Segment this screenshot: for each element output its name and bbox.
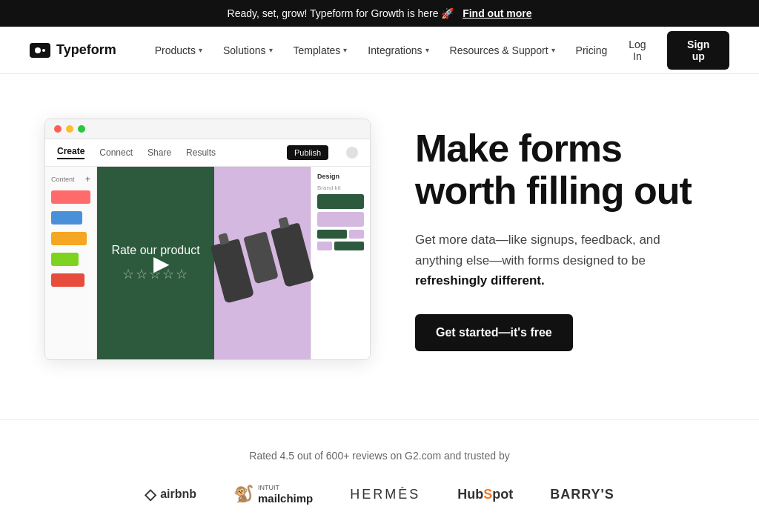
design-block-3 bbox=[317, 242, 332, 250]
chevron-down-icon: ▾ bbox=[269, 46, 273, 54]
hero-subtitle-bold: refreshingly different. bbox=[415, 273, 545, 287]
login-button[interactable]: Log In bbox=[616, 33, 658, 68]
mailchimp-icon: 🐒 bbox=[233, 485, 253, 504]
navbar: Typeform Products ▾ Solutions ▾ Template… bbox=[0, 27, 759, 74]
signup-button[interactable]: Sign up bbox=[667, 31, 729, 70]
browser-maximize-dot bbox=[78, 125, 85, 133]
editor-body: Content + Rate our product ☆☆☆☆☆ ▶ bbox=[45, 167, 370, 359]
trust-logos: ◇ airbnb 🐒 INTUIT mailchimp HERMÈS HubSp… bbox=[15, 484, 744, 505]
hermes-label: HERMÈS bbox=[350, 487, 420, 502]
logo-icon bbox=[30, 43, 50, 58]
nav-item-solutions: Solutions ▾ bbox=[214, 39, 282, 62]
tab-create[interactable]: Create bbox=[57, 146, 84, 159]
tab-results[interactable]: Results bbox=[186, 147, 216, 158]
nav-item-templates: Templates ▾ bbox=[285, 39, 357, 62]
bottle-3 bbox=[271, 222, 314, 287]
design-panel-subtitle: Brand kit bbox=[317, 184, 364, 191]
chevron-down-icon: ▾ bbox=[551, 46, 555, 54]
design-swatch-purple[interactable] bbox=[317, 212, 364, 227]
nav-item-products: Products ▾ bbox=[146, 39, 211, 62]
nav-link-templates[interactable]: Templates ▾ bbox=[285, 39, 357, 62]
mailchimp-label: INTUIT mailchimp bbox=[258, 484, 313, 505]
sidebar-label: Content + bbox=[51, 174, 90, 184]
design-panel-title: Design bbox=[317, 173, 364, 180]
tab-share[interactable]: Share bbox=[148, 147, 171, 158]
nav-link-products[interactable]: Products ▾ bbox=[146, 39, 211, 62]
design-block-4 bbox=[334, 242, 364, 250]
nav-link-solutions[interactable]: Solutions ▾ bbox=[214, 39, 282, 62]
design-row-1 bbox=[317, 230, 364, 239]
browser-mockup: Create Connect Share Results Publish Con… bbox=[44, 119, 371, 360]
design-panel: Design Brand kit bbox=[311, 167, 370, 359]
browser-close-dot bbox=[54, 125, 62, 133]
nav-link-integrations[interactable]: Integrations ▾ bbox=[359, 39, 437, 62]
nav-link-pricing[interactable]: Pricing bbox=[567, 39, 617, 62]
publish-button[interactable]: Publish bbox=[287, 145, 328, 160]
slide-text: Rate our product bbox=[111, 244, 199, 257]
sidebar-item-4[interactable] bbox=[51, 253, 79, 266]
nav-actions: Log In Sign up bbox=[616, 31, 729, 70]
hero-text: Make forms worth filling out Get more da… bbox=[415, 127, 700, 351]
banner-text: Ready, set, grow! Typeform for Growth is… bbox=[228, 7, 454, 19]
design-row-2 bbox=[317, 242, 364, 250]
design-block-2 bbox=[349, 230, 364, 239]
sidebar-item-3[interactable] bbox=[51, 232, 87, 245]
design-block-1 bbox=[317, 230, 347, 239]
nav-item-pricing: Pricing bbox=[567, 39, 617, 62]
editor-main: Rate our product ☆☆☆☆☆ ▶ Design bbox=[97, 167, 370, 359]
form-canvas: Rate our product ☆☆☆☆☆ ▶ bbox=[97, 167, 214, 359]
hubspot-label: HubSpot bbox=[457, 487, 513, 502]
editor-sidebar: Content + bbox=[45, 167, 97, 359]
product-images bbox=[214, 167, 311, 359]
trust-rating-text: Rated 4.5 out of 600+ reviews on G2.com … bbox=[15, 450, 744, 462]
editor-nav: Create Connect Share Results Publish bbox=[45, 139, 370, 167]
airbnb-icon: ◇ bbox=[145, 485, 156, 503]
chevron-down-icon: ▾ bbox=[343, 46, 347, 54]
cta-button[interactable]: Get started—it's free bbox=[415, 314, 573, 351]
sidebar-item-2[interactable] bbox=[51, 211, 82, 225]
mailchimp-logo: 🐒 INTUIT mailchimp bbox=[233, 484, 313, 505]
hero-section: Create Connect Share Results Publish Con… bbox=[0, 74, 759, 405]
trust-section: Rated 4.5 out of 600+ reviews on G2.com … bbox=[0, 419, 759, 528]
bottle-group bbox=[211, 222, 314, 303]
nav-item-integrations: Integrations ▾ bbox=[359, 39, 437, 62]
logo[interactable]: Typeform bbox=[30, 42, 116, 58]
browser-minimize-dot bbox=[66, 125, 73, 133]
barrys-logo: BARRY'S bbox=[550, 487, 614, 502]
airbnb-logo: ◇ airbnb bbox=[145, 485, 196, 503]
form-slide: Rate our product ☆☆☆☆☆ ▶ bbox=[97, 167, 214, 359]
banner-link[interactable]: Find out more bbox=[463, 7, 531, 19]
chevron-down-icon: ▾ bbox=[425, 46, 429, 54]
hero-subtitle: Get more data—like signups, feedback, an… bbox=[415, 230, 700, 290]
nav-item-resources: Resources & Support ▾ bbox=[441, 39, 564, 62]
logo-text: Typeform bbox=[56, 42, 116, 58]
form-preview: Create Connect Share Results Publish Con… bbox=[44, 119, 371, 360]
sidebar-item-5[interactable] bbox=[51, 273, 84, 287]
hermes-logo: HERMÈS bbox=[350, 487, 420, 502]
nav-link-resources[interactable]: Resources & Support ▾ bbox=[441, 39, 564, 62]
hero-title: Make forms worth filling out bbox=[415, 127, 700, 212]
top-banner: Ready, set, grow! Typeform for Growth is… bbox=[0, 0, 759, 27]
airbnb-label: airbnb bbox=[160, 488, 196, 501]
chevron-down-icon: ▾ bbox=[199, 46, 202, 54]
hubspot-logo: HubSpot bbox=[457, 487, 513, 502]
design-swatch-green[interactable] bbox=[317, 194, 364, 209]
user-avatar bbox=[346, 147, 358, 159]
hubspot-dot: S bbox=[483, 487, 492, 502]
stars-rating[interactable]: ☆☆☆☆☆ bbox=[122, 266, 189, 282]
browser-topbar bbox=[45, 119, 370, 139]
barrys-label: BARRY'S bbox=[550, 487, 614, 502]
sidebar-add-icon[interactable]: + bbox=[85, 174, 90, 184]
sidebar-item-1[interactable] bbox=[51, 190, 90, 204]
nav-links: Products ▾ Solutions ▾ Templates ▾ Integ… bbox=[146, 39, 617, 62]
tab-connect[interactable]: Connect bbox=[99, 147, 133, 158]
